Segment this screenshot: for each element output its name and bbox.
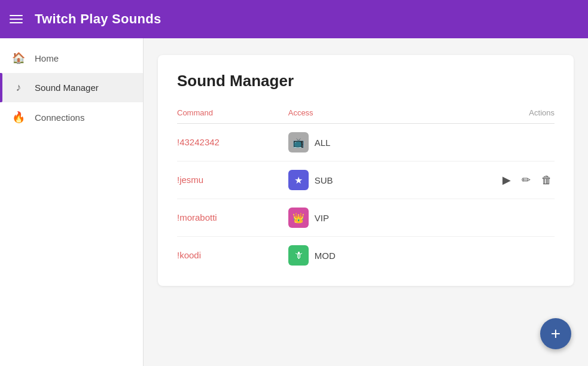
access-cell: 👑VIP [288, 199, 412, 237]
app-title: Twitch Play Sounds [35, 11, 162, 27]
actions-cell [412, 199, 555, 237]
layout: 🏠 Home ♪ Sound Manager 🔥 Connections Sou… [0, 38, 588, 366]
menu-icon[interactable] [10, 15, 23, 23]
command-cell: !jesmu [177, 161, 288, 199]
col-access: Access [288, 105, 412, 124]
table-row: !koodi🗡MOD [177, 237, 555, 274]
topbar: Twitch Play Sounds [0, 0, 588, 38]
table-row: !43242342📺ALL [177, 124, 555, 161]
edit-button[interactable]: ✏ [519, 171, 533, 189]
delete-button[interactable]: 🗑 [539, 172, 555, 189]
sidebar-item-sound-manager[interactable]: ♪ Sound Manager [0, 73, 143, 102]
play-button[interactable]: ▶ [500, 171, 513, 189]
home-icon: 🏠 [12, 51, 25, 65]
command-cell: !morabotti [177, 199, 288, 237]
sidebar-item-connections[interactable]: 🔥 Connections [0, 102, 143, 132]
add-sound-button[interactable]: + [540, 318, 571, 349]
page-title: Sound Manager [177, 72, 555, 90]
sidebar-item-connections-label: Connections [35, 112, 84, 123]
sidebar-item-sound-manager-label: Sound Manager [35, 83, 99, 93]
access-label: SUB [315, 175, 333, 185]
fire-icon: 🔥 [12, 111, 25, 124]
main-content: Sound Manager Command Access Actions !43… [144, 38, 588, 366]
badge-sub: ★ [288, 170, 309, 190]
table-row: !morabotti👑VIP [177, 199, 555, 237]
command-text: !43242342 [177, 137, 220, 147]
sidebar-item-home[interactable]: 🏠 Home [0, 43, 143, 73]
sound-manager-card: Sound Manager Command Access Actions !43… [158, 55, 574, 286]
badge-twitch: 📺 [288, 132, 309, 152]
table-row: !jesmu★SUB▶✏🗑 [177, 161, 555, 199]
badge-vip: 👑 [288, 208, 309, 228]
col-actions: Actions [412, 105, 555, 124]
command-cell: !koodi [177, 237, 288, 274]
sidebar: 🏠 Home ♪ Sound Manager 🔥 Connections [0, 38, 144, 366]
col-command: Command [177, 105, 288, 124]
command-text: !jesmu [177, 175, 203, 185]
access-label: MOD [315, 251, 336, 261]
actions-cell [412, 237, 555, 274]
sidebar-item-home-label: Home [35, 53, 59, 63]
sound-table: Command Access Actions !43242342📺ALL!jes… [177, 105, 555, 274]
actions-cell [412, 124, 555, 161]
access-cell: ★SUB [288, 161, 412, 199]
command-cell: !43242342 [177, 124, 288, 161]
access-label: ALL [315, 138, 331, 148]
command-text: !koodi [177, 250, 201, 260]
badge-mod: 🗡 [288, 245, 309, 266]
access-cell: 🗡MOD [288, 237, 412, 274]
music-icon: ♪ [12, 81, 25, 94]
access-label: VIP [315, 213, 329, 223]
access-cell: 📺ALL [288, 124, 412, 161]
command-text: !morabotti [177, 212, 217, 222]
actions-cell: ▶✏🗑 [412, 161, 555, 199]
